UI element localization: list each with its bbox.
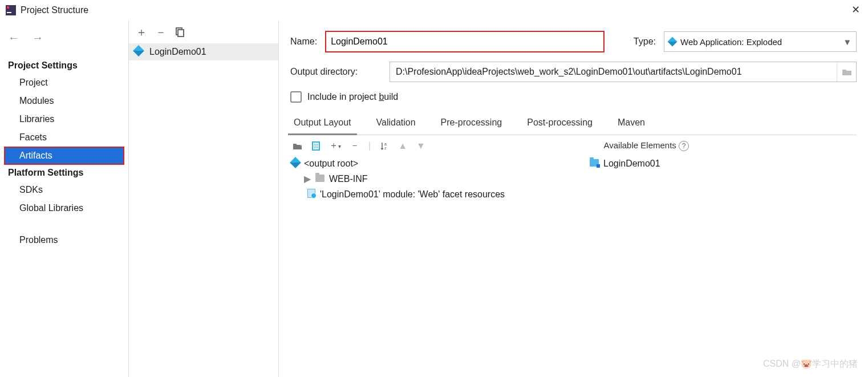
sidebar-item-artifacts[interactable]: Artifacts	[5, 147, 124, 164]
sidebar-item-problems[interactable]: Problems	[5, 232, 124, 249]
tab-maven[interactable]: Maven	[615, 113, 647, 135]
facet-resources[interactable]: 'LoginDemo01' module: 'Web' facet resour…	[290, 187, 589, 202]
add-icon[interactable]: ＋	[136, 25, 147, 40]
section-project-settings: Project Settings	[5, 58, 124, 73]
chevron-down-icon: ▼	[843, 37, 851, 47]
sort-icon[interactable]: az	[380, 141, 389, 151]
output-tree: <output root> ▶ WEB-INF 'LoginDemo01' mo…	[290, 156, 589, 202]
diamond-icon	[291, 159, 299, 169]
help-icon[interactable]: ?	[679, 141, 689, 151]
layout-body: <output root> ▶ WEB-INF 'LoginDemo01' mo…	[290, 156, 857, 202]
outdir-label: Output directory:	[290, 67, 382, 77]
remove-item-icon[interactable]: －	[350, 140, 359, 152]
svg-text:z: z	[384, 146, 387, 150]
name-input-highlight	[325, 31, 605, 52]
add-copy-icon[interactable]: ＋▾	[329, 140, 341, 152]
new-folder-icon[interactable]: +	[293, 141, 303, 151]
detail-tabs: Output Layout Validation Pre-processing …	[290, 113, 857, 135]
available-elements-tree: LoginDemo01	[589, 156, 857, 202]
sidebar-item-project[interactable]: Project	[5, 74, 124, 91]
titlebar: Project Structure ✕	[0, 0, 868, 21]
output-root[interactable]: <output root>	[290, 156, 589, 171]
name-row: Name: Type: Web Application: Exploded ▼	[290, 31, 857, 52]
layout-toolbar: + ＋▾ － | az ▲ ▼ Available Elements ?	[290, 135, 857, 156]
tab-output-layout[interactable]: Output Layout	[291, 113, 354, 135]
folder-icon	[315, 174, 325, 184]
outdir-row: Output directory: D:\ProfesionApp\ideaPr…	[290, 62, 857, 82]
include-build-label: Include in project build	[307, 92, 398, 102]
artifacts-list: ＋ － LoginDemo01	[128, 21, 279, 377]
outdir-value[interactable]: D:\ProfesionApp\ideaProjects\web_work_s2…	[390, 67, 837, 77]
move-down-icon[interactable]: ▼	[416, 141, 425, 151]
sidebar: ← → Project Settings Project Modules Lib…	[0, 21, 128, 377]
webinf-folder[interactable]: ▶ WEB-INF	[290, 171, 589, 187]
module-folder-icon	[590, 159, 599, 169]
type-value: Web Application: Exploded	[680, 37, 782, 47]
svg-rect-2	[7, 12, 11, 13]
window-title: Project Structure	[21, 5, 88, 15]
divider: |	[368, 141, 371, 151]
type-select[interactable]: Web Application: Exploded ▼	[664, 31, 857, 52]
include-build-row: Include in project build	[290, 91, 857, 103]
name-input[interactable]	[326, 32, 603, 51]
svg-text:+: +	[299, 141, 303, 148]
back-icon[interactable]: ←	[8, 32, 19, 43]
move-up-icon[interactable]: ▲	[398, 141, 407, 151]
web-icon	[669, 37, 676, 47]
sidebar-item-facets[interactable]: Facets	[5, 129, 124, 146]
sidebar-item-global-libraries[interactable]: Global Libraries	[5, 200, 124, 217]
include-build-checkbox[interactable]	[290, 91, 302, 103]
svg-text:a: a	[384, 142, 387, 146]
tab-validation[interactable]: Validation	[374, 113, 418, 135]
artifact-name: LoginDemo01	[149, 47, 206, 57]
close-icon[interactable]: ✕	[851, 3, 860, 16]
type-label: Type:	[634, 37, 656, 47]
nav-history: ← →	[5, 32, 124, 58]
tab-pre-processing[interactable]: Pre-processing	[439, 113, 505, 135]
name-label: Name:	[290, 37, 317, 47]
outdir-field: D:\ProfesionApp\ideaProjects\web_work_s2…	[390, 62, 857, 82]
artifact-icon	[135, 47, 145, 57]
svg-rect-1	[7, 6, 9, 9]
new-directory-icon[interactable]	[312, 141, 320, 151]
available-module[interactable]: LoginDemo01	[589, 156, 857, 171]
sidebar-item-sdks[interactable]: SDKs	[5, 181, 124, 198]
expand-icon[interactable]: ▶	[304, 173, 311, 184]
detail-panel: Name: Type: Web Application: Exploded ▼ …	[279, 21, 868, 377]
tab-post-processing[interactable]: Post-processing	[525, 113, 595, 135]
list-toolbar: ＋ －	[129, 21, 278, 43]
remove-icon[interactable]: －	[155, 25, 167, 40]
intellij-icon	[6, 5, 16, 15]
copy-icon[interactable]	[175, 27, 185, 37]
available-elements-label: Available Elements ?	[604, 140, 689, 151]
main: ← → Project Settings Project Modules Lib…	[0, 21, 868, 377]
sidebar-item-modules[interactable]: Modules	[5, 92, 124, 110]
section-platform-settings: Platform Settings	[5, 165, 124, 180]
forward-icon[interactable]: →	[32, 32, 43, 43]
browse-icon[interactable]	[837, 62, 856, 82]
page-icon	[307, 189, 315, 200]
artifact-item[interactable]: LoginDemo01	[129, 43, 278, 60]
sidebar-item-libraries[interactable]: Libraries	[5, 111, 124, 128]
svg-rect-4	[178, 30, 184, 37]
